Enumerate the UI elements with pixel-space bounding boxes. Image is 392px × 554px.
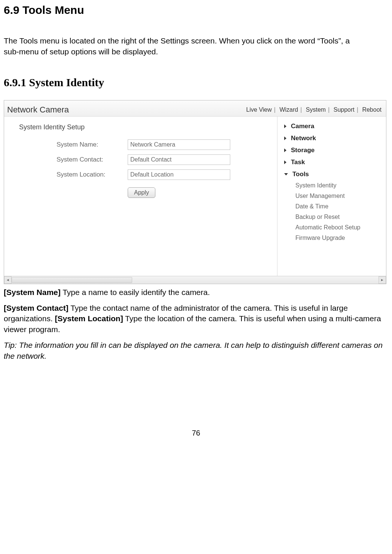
system-location-input[interactable] <box>128 169 230 180</box>
sidebar-sub-auto-reboot[interactable]: Automatic Reboot Setup <box>277 222 386 233</box>
sidebar-sub-date-time[interactable]: Date & Time <box>277 201 386 212</box>
nav-system[interactable]: System <box>306 106 326 113</box>
system-name-label: System Name: <box>57 141 128 148</box>
horizontal-scrollbar[interactable]: ◂ ▸ <box>4 276 386 284</box>
nav-live-view[interactable]: Live View <box>246 106 272 113</box>
app-title: Network Camera <box>7 105 69 115</box>
section-heading: 6.9 Tools Menu <box>4 4 388 16</box>
sidebar-item-storage[interactable]: Storage <box>277 144 386 156</box>
system-contact-label: System Contact: <box>57 156 128 163</box>
nav-separator: | <box>326 106 332 113</box>
app-header: Network Camera Live View| Wizard| System… <box>4 100 386 117</box>
sidebar-sub-backup-reset[interactable]: Backup or Reset <box>277 212 386 222</box>
nav-separator: | <box>272 106 278 113</box>
chevron-right-icon <box>284 136 286 140</box>
sidebar-item-tools[interactable]: Tools <box>277 168 386 180</box>
chevron-right-icon <box>284 160 286 164</box>
top-nav: Live View| Wizard| System| Support| Rebo… <box>246 106 382 113</box>
section-intro: The Tools menu is located on the right o… <box>4 35 363 57</box>
desc-tip: Tip: The information you fill in can be … <box>4 340 386 361</box>
scroll-left-button[interactable]: ◂ <box>4 276 12 284</box>
sidebar-sub-user-management[interactable]: User Management <box>277 191 386 201</box>
system-name-input[interactable] <box>128 139 230 150</box>
sidebar-item-label: Task <box>291 159 305 166</box>
sidebar-item-label: Tools <box>292 171 309 178</box>
nav-support[interactable]: Support <box>334 106 355 113</box>
system-location-label: System Location: <box>57 171 128 178</box>
desc-system-contact-location: [System Contact] Type the contact name o… <box>4 303 386 335</box>
sidebar-sub-firmware-upgrade[interactable]: Firmware Upgrade <box>277 233 386 243</box>
page-number: 76 <box>4 429 388 437</box>
desc-system-name-text: Type a name to easily identify the camer… <box>61 288 210 296</box>
sidebar-item-label: Camera <box>291 123 314 130</box>
sidebar-sub-system-identity[interactable]: System Identity <box>277 180 386 191</box>
nav-wizard[interactable]: Wizard <box>279 106 298 113</box>
sidebar-item-network[interactable]: Network <box>277 132 386 144</box>
desc-system-location-bold: [System Location] <box>55 314 123 323</box>
nav-reboot[interactable]: Reboot <box>362 106 382 113</box>
sidebar: Camera Network Storage Task Tools <box>277 117 386 276</box>
chevron-right-icon <box>284 124 286 128</box>
desc-system-contact-bold: [System Contact] <box>4 304 69 312</box>
scroll-right-button[interactable]: ▸ <box>379 276 386 284</box>
chevron-right-icon <box>284 148 286 152</box>
system-contact-input[interactable] <box>128 154 230 165</box>
main-panel: System Identity Setup System Name: Syste… <box>4 117 277 276</box>
panel-title: System Identity Setup <box>19 123 273 131</box>
nav-separator: | <box>355 106 361 113</box>
chevron-down-icon <box>284 173 288 175</box>
apply-button[interactable]: Apply <box>128 187 155 198</box>
sidebar-item-label: Network <box>291 135 316 142</box>
scroll-thumb[interactable] <box>12 277 132 283</box>
nav-separator: | <box>298 106 304 113</box>
settings-screenshot: Network Camera Live View| Wizard| System… <box>4 100 386 284</box>
desc-system-name: [System Name] Type a name to easily iden… <box>4 287 386 298</box>
sidebar-item-camera[interactable]: Camera <box>277 120 386 132</box>
sidebar-item-label: Storage <box>291 147 314 154</box>
sidebar-item-task[interactable]: Task <box>277 156 386 168</box>
desc-system-name-bold: [System Name] <box>4 288 61 296</box>
subsection-heading: 6.9.1 System Identity <box>4 76 388 89</box>
